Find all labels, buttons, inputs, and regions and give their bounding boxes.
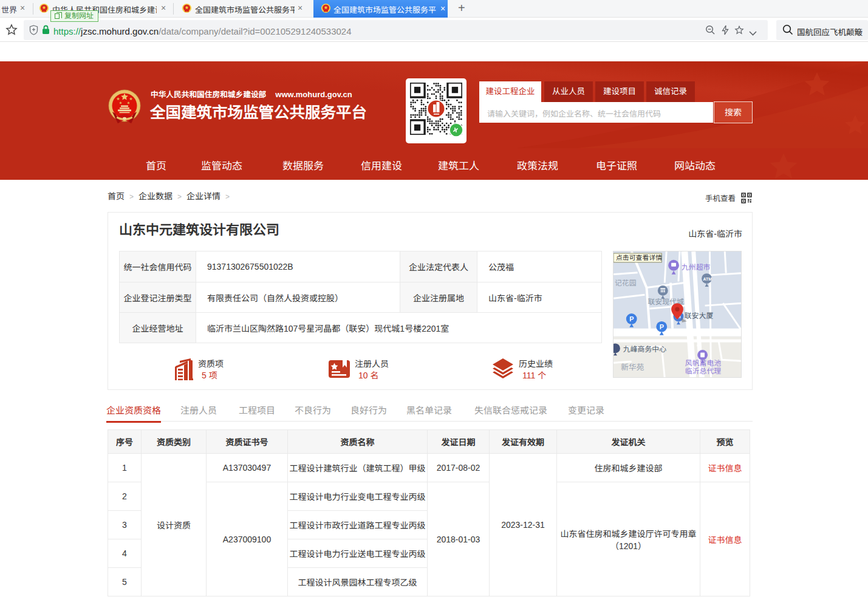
svg-text:P: P bbox=[660, 323, 664, 330]
svg-text:九州超市: 九州超市 bbox=[682, 263, 711, 272]
svg-text:九峰商务中心: 九峰商务中心 bbox=[623, 345, 666, 354]
svg-text:ATM: ATM bbox=[703, 277, 713, 281]
svg-text:点击可查看详情: 点击可查看详情 bbox=[616, 254, 662, 261]
svg-text:临沂总代理: 临沂总代理 bbox=[685, 367, 721, 375]
svg-text:P: P bbox=[629, 315, 634, 323]
svg-text:联安大厦: 联安大厦 bbox=[685, 312, 714, 320]
svg-text:记花园: 记花园 bbox=[615, 279, 637, 287]
svg-text:新华苑: 新华苑 bbox=[621, 363, 644, 372]
